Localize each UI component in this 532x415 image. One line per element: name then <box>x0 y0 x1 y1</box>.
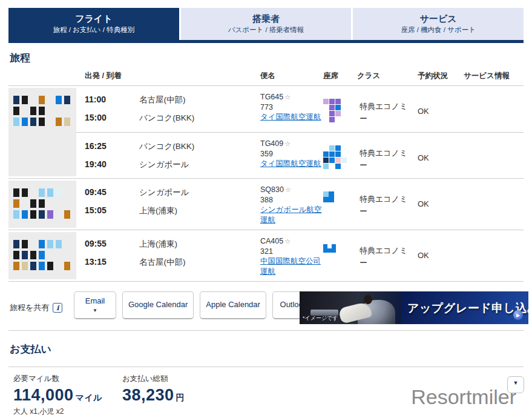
col-header-seat: 座席 <box>323 71 357 81</box>
payment-heading: お支払い <box>10 342 524 356</box>
operating-carrier-link[interactable]: タイ国際航空運航 <box>260 159 321 168</box>
miles-label: 必要マイル数 <box>13 374 122 384</box>
seat-cell <box>323 92 357 127</box>
redacted-seat-mosaic <box>323 99 341 122</box>
departure-time: 09:55 <box>85 239 139 250</box>
arrival-leg: 15:05 上海(浦東) <box>85 205 260 216</box>
arrival-place: 名古屋(中部) <box>139 257 186 268</box>
share-buttons: Email▼Google Calendar▼Apple Calendar▼Out… <box>74 291 315 319</box>
departure-leg: 11:00 名古屋(中部) <box>85 95 260 105</box>
group-flights: 09:45 シンガポール 15:05 上海(浦東) SQ830☆ 388 シンガ… <box>76 179 524 230</box>
departure-place: 名古屋(中部) <box>139 95 186 105</box>
departure-leg: 09:45 シンガポール <box>85 187 260 198</box>
tab-subtitle: 旅程 / お支払い / 特典種別 <box>8 25 179 35</box>
arrival-time: 13:15 <box>85 257 139 268</box>
departure-place: バンコク(BKK) <box>139 141 194 152</box>
share-label: 旅程を共有 <box>10 302 49 313</box>
tab-subtitle: パスポート / 搭乗者情報 <box>181 25 352 35</box>
miles-number: 114,000 <box>13 386 74 404</box>
redacted-seat-mosaic <box>323 145 347 169</box>
collapse-dropdown-button[interactable]: ▼ <box>507 376 524 393</box>
booking-status: OK <box>412 139 458 173</box>
star-alliance-icon: ☆ <box>284 140 291 147</box>
operating-carrier-link[interactable]: シンガポール航空運航 <box>260 205 321 224</box>
dep-arr-cell: 09:45 シンガポール 15:05 上海(浦東) <box>85 185 260 225</box>
service-info-cell <box>458 139 524 173</box>
flight-number: CA405 <box>260 237 283 245</box>
operating-carrier-link[interactable]: タイ国際航空運航 <box>260 113 321 121</box>
tab-1[interactable]: フライト 旅程 / お支払い / 特典種別 <box>8 8 179 40</box>
tab-bar: フライト 旅程 / お支払い / 特典種別 搭乗者 パスポート / 搭乗者情報 … <box>8 8 524 43</box>
chevron-down-icon: ▼ <box>513 380 519 386</box>
apple-calendar-share-button[interactable]: Apple Calendar▼ <box>200 291 266 319</box>
arrival-place: シンガポール <box>139 159 189 170</box>
group-flights: 09:55 上海(浦東) 13:15 名古屋(中部) CA405☆ 321 中国… <box>76 230 524 281</box>
share-button-label: Email <box>85 297 105 306</box>
flight-info-cell: TG409☆ 359 タイ国際航空運航 <box>260 139 323 173</box>
flight-row: 09:45 シンガポール 15:05 上海(浦東) SQ830☆ 388 シンガ… <box>76 179 524 230</box>
service-info-cell <box>458 185 524 225</box>
tab-2[interactable]: 搭乗者 パスポート / 搭乗者情報 <box>181 8 352 40</box>
tab-3[interactable]: サービス 座席 / 機内食 / サポート <box>353 8 524 40</box>
caret-down-icon: ▼ <box>93 308 97 313</box>
payment-summary: 必要マイル数 114,000マイル 大人 x1,小児 x2 お支払い総額 38,… <box>8 367 524 415</box>
tab-title: サービス <box>353 13 524 25</box>
aircraft-type: 773 <box>260 102 323 113</box>
arrival-leg: 15:00 バンコク(BKK) <box>85 113 260 124</box>
upgrade-banner[interactable]: *イメージです アップグレード申し込み ▶ <box>300 291 528 324</box>
dep-arr-cell: 16:25 バンコク(BKK) 19:40 シンガポール <box>85 139 260 173</box>
info-icon[interactable]: i <box>53 303 62 313</box>
departure-time: 16:25 <box>85 141 139 152</box>
departure-place: 上海(浦東) <box>139 239 177 250</box>
share-button-label: Google Calendar <box>128 300 188 310</box>
aircraft-type: 388 <box>260 195 323 205</box>
flight-info-cell: SQ830☆ 388 シンガポール航空運航 <box>260 185 323 225</box>
flight-row: 09:55 上海(浦東) 13:15 名古屋(中部) CA405☆ 321 中国… <box>76 230 524 281</box>
redacted-seat-mosaic <box>323 244 336 253</box>
itinerary-heading: 旅程 <box>10 51 524 65</box>
share-label-wrap: 旅程を共有 i <box>10 302 62 313</box>
required-miles-block: 必要マイル数 114,000マイル 大人 x1,小児 x2 <box>13 374 122 415</box>
arrow-circle-icon[interactable]: ▶ <box>513 310 523 320</box>
aircraft-type: 359 <box>260 149 323 159</box>
arrival-time: 15:05 <box>85 205 139 216</box>
cabin-class: 特典エコノミー <box>357 185 412 225</box>
cabin-class: 特典エコノミー <box>357 236 412 276</box>
total-label: お支払い総額 <box>122 374 524 384</box>
arrival-leg: 19:40 シンガポール <box>85 159 260 170</box>
departure-leg: 16:25 バンコク(BKK) <box>85 141 260 152</box>
flight-number-line: TG645☆ <box>260 92 323 102</box>
col-header-cabin: クラス <box>357 71 412 81</box>
booking-status: OK <box>412 236 458 276</box>
flight-info-cell: TG645☆ 773 タイ国際航空運航 <box>260 92 323 127</box>
itinerary-group: 09:55 上海(浦東) 13:15 名古屋(中部) CA405☆ 321 中国… <box>8 230 524 282</box>
tab-subtitle: 座席 / 機内食 / サポート <box>353 25 524 35</box>
cabin-class: 特典エコノミー <box>357 92 412 127</box>
redacted-date-airline-cell <box>8 181 76 228</box>
flight-number: TG409 <box>260 139 283 148</box>
flight-row: 11:00 名古屋(中部) 15:00 バンコク(BKK) TG645☆ 773… <box>76 86 524 132</box>
seat-cell <box>323 139 357 173</box>
departure-time: 11:00 <box>85 95 139 105</box>
email-share-button[interactable]: Email▼ <box>74 291 116 319</box>
miles-unit: マイル <box>76 393 102 402</box>
total-unit: 円 <box>176 393 185 402</box>
seat-cell <box>323 185 357 225</box>
google-calendar-share-button[interactable]: Google Calendar▼ <box>122 291 194 319</box>
dep-arr-cell: 09:55 上海(浦東) 13:15 名古屋(中部) <box>85 236 260 276</box>
flight-number-line: TG409☆ <box>260 139 323 149</box>
arrival-place: バンコク(BKK) <box>139 113 194 124</box>
itinerary-table-header: 出発 / 到着 便名 座席 クラス 予約状況 サービス情報 <box>8 71 524 86</box>
total-value: 38,230円 <box>122 387 524 405</box>
itinerary-body: 11:00 名古屋(中部) 15:00 バンコク(BKK) TG645☆ 773… <box>8 86 524 282</box>
redacted-mosaic-image <box>13 240 70 270</box>
flight-number: SQ830 <box>260 185 284 194</box>
booking-status: OK <box>412 185 458 225</box>
banner-headline: アップグレード申し込み <box>407 300 520 316</box>
booking-page: フライト 旅程 / お支払い / 特典種別 搭乗者 パスポート / 搭乗者情報 … <box>0 0 532 415</box>
star-alliance-icon: ☆ <box>285 186 291 193</box>
col-header-flight: 便名 <box>260 71 323 81</box>
operating-carrier-link[interactable]: 中国国際航空公司運航 <box>260 257 321 276</box>
banner-caption: *イメージです <box>303 314 338 322</box>
arrival-place: 上海(浦東) <box>139 205 177 216</box>
